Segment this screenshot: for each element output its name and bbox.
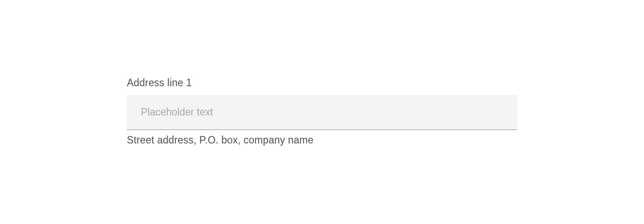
- address-line-1-label: Address line 1: [127, 77, 517, 89]
- address-line-1-helper: Street address, P.O. box, company name: [127, 134, 517, 146]
- address-line-1-group: Address line 1 Street address, P.O. box,…: [127, 77, 517, 146]
- address-line-1-input[interactable]: [127, 95, 517, 130]
